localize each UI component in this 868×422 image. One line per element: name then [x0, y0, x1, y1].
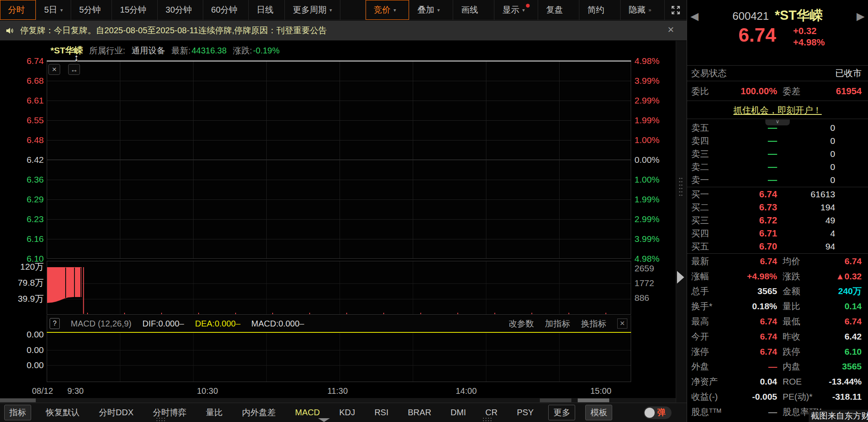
- price-tick-label: 6.36: [0, 175, 44, 185]
- indicator-tab[interactable]: 恢复默认: [41, 405, 84, 420]
- period-tab[interactable]: 日线: [249, 0, 285, 20]
- period-tab[interactable]: 5日 ▾: [36, 0, 71, 20]
- next-stock-arrow[interactable]: ▶: [857, 10, 865, 22]
- index-latest-value: 44316.38: [191, 46, 226, 56]
- weicha-label: 委差: [783, 85, 800, 97]
- macd-action-link[interactable]: 换指标: [581, 318, 606, 329]
- tool-button[interactable]: 复盘: [538, 0, 579, 20]
- stat-label: 涨跌: [783, 271, 800, 282]
- tool-button[interactable]: 画线: [453, 0, 494, 20]
- percent-tick-label: 3.99%: [634, 76, 681, 86]
- stat-value: 6.74: [800, 316, 868, 326]
- indicator-tab[interactable]: MACD: [290, 406, 324, 419]
- percent-tick-label: 4.98%: [634, 56, 681, 66]
- indicator-tab[interactable]: 更多: [548, 405, 575, 420]
- scrollbar-block[interactable]: [540, 398, 571, 402]
- buy-row[interactable]: 买五 6.70 94: [687, 240, 868, 253]
- buy-price: 6.71: [727, 228, 777, 239]
- collapse-down-arrow-icon[interactable]: [318, 418, 330, 422]
- stat-value: 6.74: [727, 347, 777, 357]
- help-icon[interactable]: ?: [50, 318, 60, 329]
- stat-label: 昨收: [783, 331, 800, 342]
- period-tab[interactable]: 30分钟: [158, 0, 203, 20]
- indicator-tab[interactable]: PSY: [512, 406, 538, 419]
- open-account-ad: 抓住机会，即刻开户！: [687, 101, 868, 119]
- resize-horizontal-icon: ↔: [70, 65, 78, 74]
- stat-label: 最新: [691, 255, 727, 267]
- macd-action-link[interactable]: 加指标: [545, 318, 570, 329]
- scrollbar-thumb[interactable]: [578, 398, 609, 402]
- indicator-tab[interactable]: 指标: [4, 405, 31, 420]
- close-icon[interactable]: ×: [617, 318, 627, 329]
- industry-value[interactable]: 通用设备: [132, 45, 165, 56]
- stats-grid: 最新 6.74 均价 6.74 涨幅 +4.98% 涨跌 ▲0.32 总手: [687, 253, 868, 419]
- sell-row[interactable]: 卖四 — 0: [687, 134, 868, 147]
- danmu-toggle[interactable]: 弹: [644, 406, 672, 419]
- tool-button[interactable]: 叠加 ▾: [409, 0, 453, 20]
- tool-button[interactable]: 简约: [579, 0, 621, 20]
- tool-button[interactable]: 显示 ▾: [494, 0, 538, 20]
- period-tab[interactable]: 更多周期 ▾: [285, 0, 340, 20]
- open-account-link[interactable]: 抓住机会，即刻开户！: [733, 104, 822, 116]
- period-tab-label: 分时: [8, 4, 25, 16]
- orderbook-collapse-tab[interactable]: ∨: [765, 119, 790, 125]
- intraday-price-pane[interactable]: × ↔: [47, 61, 631, 259]
- volume-pane[interactable]: [47, 261, 631, 315]
- indicator-tab[interactable]: BRAR: [403, 406, 436, 419]
- pane-close-button[interactable]: ×: [48, 64, 60, 75]
- drag-grip[interactable]: [482, 417, 492, 422]
- collapse-panel-arrow-icon[interactable]: [677, 271, 684, 284]
- prev-stock-arrow[interactable]: ◀: [690, 10, 698, 22]
- speaker-icon: [5, 26, 15, 36]
- sell-row[interactable]: 卖一 — 0: [687, 173, 868, 186]
- sell-row[interactable]: 卖三 — 0: [687, 147, 868, 160]
- sell-price: —: [727, 162, 777, 173]
- period-tab[interactable]: 60分钟: [203, 0, 249, 20]
- indicator-tab[interactable]: DMI: [446, 406, 471, 419]
- stat-value: 6.74: [727, 316, 777, 326]
- tool-button[interactable]: 隐藏 »: [621, 0, 665, 20]
- period-tab[interactable]: 分时: [0, 0, 36, 20]
- fullscreen-button[interactable]: [665, 0, 687, 20]
- period-tab[interactable]: 15分钟: [112, 0, 157, 20]
- last-price: 6.74: [738, 24, 776, 46]
- horizontal-scrollbar[interactable]: [0, 398, 687, 403]
- tool-button[interactable]: 竞价 ▾: [366, 0, 409, 20]
- chevron-down-icon: »: [648, 7, 651, 13]
- indicator-tab[interactable]: 分时博弈: [148, 405, 191, 420]
- stat-label: 均价: [783, 255, 800, 267]
- stat-label: 内盘: [783, 361, 800, 372]
- indicator-tab[interactable]: 量比: [201, 405, 227, 420]
- scrollbar-left-block[interactable]: [0, 398, 36, 402]
- indicator-tab[interactable]: RSI: [370, 406, 393, 419]
- macd-tick-label: 0.00: [0, 345, 44, 355]
- buy-row[interactable]: 买三 6.72 49: [687, 214, 868, 227]
- sell-volume: 0: [777, 175, 835, 185]
- buy-row[interactable]: 买四 6.71 4: [687, 227, 868, 240]
- drag-grip[interactable]: [156, 417, 166, 422]
- close-icon[interactable]: ×: [668, 24, 674, 35]
- indicator-tab[interactable]: 模板: [585, 405, 612, 420]
- buy-level-label: 买四: [691, 228, 727, 239]
- divider-grip[interactable]: [679, 177, 683, 198]
- notification-dot: [482, 4, 486, 8]
- indicator-tab[interactable]: 内外盘差: [237, 405, 280, 420]
- stat-value: ▲0.32: [800, 271, 868, 281]
- price-tick-label: 6.55: [0, 115, 44, 125]
- macd-toolbar: ? MACD (12,26,9) DIF:0.000– DEA:0.000– M…: [47, 315, 631, 332]
- sell-row[interactable]: 卖二 — 0: [687, 160, 868, 173]
- percent-tick-label: 1.00%: [634, 135, 681, 145]
- macd-action-link[interactable]: 改参数: [509, 318, 534, 329]
- macd-title: MACD (12,26,9): [71, 319, 132, 329]
- indicator-tab[interactable]: KDJ: [334, 406, 360, 419]
- tool-button-label: 复盘: [546, 4, 563, 16]
- period-tab[interactable]: 5分钟: [71, 0, 112, 20]
- indicator-tab[interactable]: 分时DDX: [94, 405, 138, 420]
- buy-row[interactable]: 买一 6.74 61613: [687, 188, 868, 201]
- macd-pane[interactable]: [47, 333, 631, 382]
- stat-label: 换手*: [691, 300, 727, 312]
- pane-fit-width-button[interactable]: ↔: [68, 64, 80, 75]
- buy-row[interactable]: 买二 6.73 194: [687, 201, 868, 214]
- stats-row: 最新 6.74 均价 6.74: [687, 254, 868, 269]
- stat-value: 6.74: [727, 332, 777, 342]
